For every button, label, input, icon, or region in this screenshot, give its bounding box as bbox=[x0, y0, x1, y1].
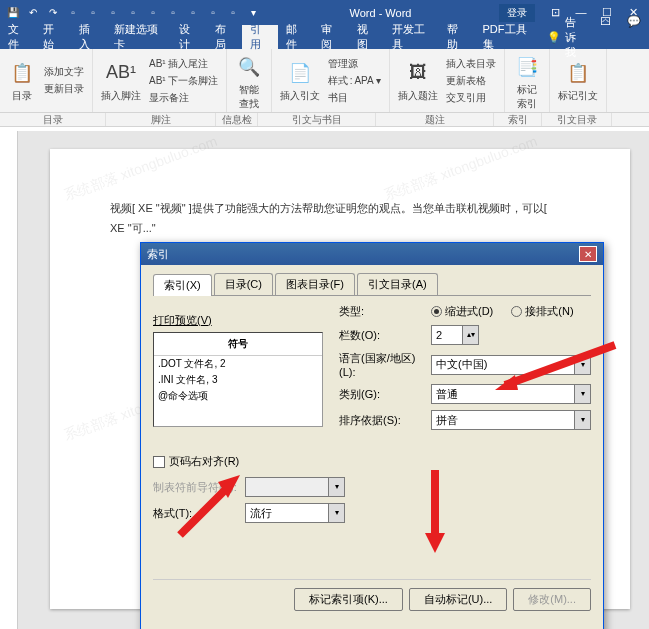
window-title: Word - Word bbox=[262, 7, 499, 19]
qat-icon[interactable]: ▫ bbox=[224, 4, 242, 22]
sort-combo[interactable]: 拼音▾ bbox=[431, 410, 591, 430]
menubar: 文件 开始 插入 新建选项卡 设计 布局 引用 邮件 审阅 视图 开发工具 帮助… bbox=[0, 25, 649, 49]
preview-label: 打印预览(V) bbox=[153, 313, 323, 328]
redo-icon[interactable]: ↷ bbox=[44, 4, 62, 22]
ribbon-group-citations: 📄插入引文 管理源 样式: APA ▾ 书目 bbox=[272, 49, 390, 112]
toc-button[interactable]: 📋目录 bbox=[6, 57, 38, 105]
menu-pdf[interactable]: PDF工具集 bbox=[475, 25, 540, 49]
menu-design[interactable]: 设计 bbox=[171, 25, 206, 49]
ribbon-group-toa: 📋标记引文 bbox=[550, 49, 607, 112]
cross-ref-button[interactable]: 交叉引用 bbox=[444, 90, 498, 106]
menu-review[interactable]: 审阅 bbox=[313, 25, 348, 49]
qat-icon[interactable]: ▫ bbox=[84, 4, 102, 22]
radio-icon bbox=[511, 306, 522, 317]
insert-endnote-button[interactable]: AB¹ 插入尾注 bbox=[147, 56, 220, 72]
page-align-checkbox[interactable]: 页码右对齐(R) bbox=[153, 455, 239, 467]
menu-references[interactable]: 引用 bbox=[242, 25, 277, 49]
insert-tof-button[interactable]: 插入表目录 bbox=[444, 56, 498, 72]
columns-label: 栏数(O): bbox=[339, 328, 431, 343]
ribbon-group-footnote: AB¹插入脚注 AB¹ 插入尾注 AB¹ 下一条脚注 显示备注 bbox=[93, 49, 227, 112]
qat-icon[interactable]: ▫ bbox=[164, 4, 182, 22]
qat-icon[interactable]: ▾ bbox=[244, 4, 262, 22]
checkbox-icon bbox=[153, 456, 165, 468]
qat-icon[interactable]: ▫ bbox=[204, 4, 222, 22]
columns-spinner[interactable]: 2▴▾ bbox=[431, 325, 479, 345]
leader-combo: ▾ bbox=[245, 477, 345, 497]
ribbon-labels: 目录 脚注 信息检索 引文与书目 题注 索引 引文目录 bbox=[0, 113, 649, 127]
qat-icon[interactable]: ▫ bbox=[124, 4, 142, 22]
undo-icon[interactable]: ↶ bbox=[24, 4, 42, 22]
share-icon[interactable]: ⮹ bbox=[592, 15, 619, 27]
next-footnote-button[interactable]: AB¹ 下一条脚注 bbox=[147, 73, 220, 89]
menu-insert[interactable]: 插入 bbox=[71, 25, 106, 49]
format-label: 格式(T): bbox=[153, 506, 245, 521]
dialog-title: 索引 bbox=[147, 247, 169, 262]
tab-toc[interactable]: 目录(C) bbox=[214, 273, 273, 295]
insert-footnote-button[interactable]: AB¹插入脚注 bbox=[99, 57, 143, 105]
tab-tof[interactable]: 图表目录(F) bbox=[275, 273, 355, 295]
login-button[interactable]: 登录 bbox=[499, 4, 535, 22]
language-combo[interactable]: 中文(中国)▾ bbox=[431, 355, 591, 375]
qat-icon[interactable]: ▫ bbox=[144, 4, 162, 22]
ribbon-group-index: 📑标记 索引 bbox=[505, 49, 550, 112]
chevron-down-icon: ▾ bbox=[575, 410, 591, 430]
document-text: 视频[ XE "视频" ]提供了功能强大的方法帮助您证明您的观点。当您单击联机视… bbox=[110, 199, 570, 239]
chevron-down-icon: ▾ bbox=[575, 384, 591, 404]
show-notes-button[interactable]: 显示备注 bbox=[147, 90, 220, 106]
citation-icon: 📄 bbox=[286, 59, 314, 87]
quick-access-toolbar: 💾 ↶ ↷ ▫ ▫ ▫ ▫ ▫ ▫ ▫ ▫ ▫ ▾ bbox=[4, 4, 262, 22]
menu-dev[interactable]: 开发工具 bbox=[384, 25, 439, 49]
radio-runin[interactable]: 接排式(N) bbox=[511, 304, 573, 319]
chevron-down-icon: ▾ bbox=[329, 477, 345, 497]
menu-mail[interactable]: 邮件 bbox=[278, 25, 313, 49]
chevron-down-icon: ▾ bbox=[575, 355, 591, 375]
modify-button: 修改(M)... bbox=[513, 588, 591, 611]
toc-icon: 📋 bbox=[8, 59, 36, 87]
save-icon[interactable]: 💾 bbox=[4, 4, 22, 22]
update-toc-button[interactable]: 更新目录 bbox=[42, 81, 86, 97]
smart-lookup-button[interactable]: 🔍智能 查找 bbox=[233, 51, 265, 113]
menu-home[interactable]: 开始 bbox=[35, 25, 70, 49]
dialog-titlebar[interactable]: 索引 ✕ bbox=[141, 243, 603, 265]
chevron-down-icon: ▾ bbox=[329, 503, 345, 523]
print-preview: 符号 .DOT 文件名, 2 .INI 文件名, 3 @命令选项 bbox=[153, 332, 323, 427]
category-combo[interactable]: 普通▾ bbox=[431, 384, 591, 404]
footnote-icon: AB¹ bbox=[107, 59, 135, 87]
dialog-tabs: 索引(X) 目录(C) 图表目录(F) 引文目录(A) bbox=[153, 273, 591, 296]
bibliography-button[interactable]: 书目 bbox=[326, 90, 383, 106]
bulb-icon: 💡 bbox=[547, 31, 561, 44]
qat-icon[interactable]: ▫ bbox=[184, 4, 202, 22]
mark-index-button[interactable]: 📑标记 索引 bbox=[511, 51, 543, 113]
radio-icon bbox=[431, 306, 442, 317]
vertical-ruler[interactable] bbox=[0, 131, 18, 629]
mark-citation-button[interactable]: 📋标记引文 bbox=[556, 57, 600, 105]
insert-citation-button[interactable]: 📄插入引文 bbox=[278, 57, 322, 105]
caption-icon: 🖼 bbox=[404, 59, 432, 87]
dialog-close-button[interactable]: ✕ bbox=[579, 246, 597, 262]
tab-toa[interactable]: 引文目录(A) bbox=[357, 273, 438, 295]
menu-newtab[interactable]: 新建选项卡 bbox=[106, 25, 171, 49]
tab-index[interactable]: 索引(X) bbox=[153, 274, 212, 296]
search-icon: 🔍 bbox=[235, 53, 263, 81]
ribbon-group-toc: 📋目录 添加文字 更新目录 bbox=[0, 49, 93, 112]
menu-view[interactable]: 视图 bbox=[349, 25, 384, 49]
type-label: 类型: bbox=[339, 304, 431, 319]
qat-icon[interactable]: ▫ bbox=[104, 4, 122, 22]
manage-sources-button[interactable]: 管理源 bbox=[326, 56, 383, 72]
radio-indented[interactable]: 缩进式(D) bbox=[431, 304, 493, 319]
mark-entry-button[interactable]: 标记索引项(K)... bbox=[294, 588, 403, 611]
language-label: 语言(国家/地区)(L): bbox=[339, 351, 431, 378]
insert-caption-button[interactable]: 🖼插入题注 bbox=[396, 57, 440, 105]
qat-icon[interactable]: ▫ bbox=[64, 4, 82, 22]
menu-file[interactable]: 文件 bbox=[0, 25, 35, 49]
add-text-button[interactable]: 添加文字 bbox=[42, 64, 86, 80]
menu-layout[interactable]: 布局 bbox=[207, 25, 242, 49]
ribbon-group-captions: 🖼插入题注 插入表目录 更新表格 交叉引用 bbox=[390, 49, 505, 112]
index-dialog: 索引 ✕ 索引(X) 目录(C) 图表目录(F) 引文目录(A) 打印预览(V)… bbox=[140, 242, 604, 629]
update-table-button[interactable]: 更新表格 bbox=[444, 73, 498, 89]
auto-mark-button[interactable]: 自动标记(U)... bbox=[409, 588, 507, 611]
format-combo[interactable]: 流行▾ bbox=[245, 503, 345, 523]
menu-help[interactable]: 帮助 bbox=[439, 25, 474, 49]
style-combo[interactable]: 样式: APA ▾ bbox=[326, 73, 383, 89]
comment-icon[interactable]: 💬 bbox=[619, 15, 649, 28]
